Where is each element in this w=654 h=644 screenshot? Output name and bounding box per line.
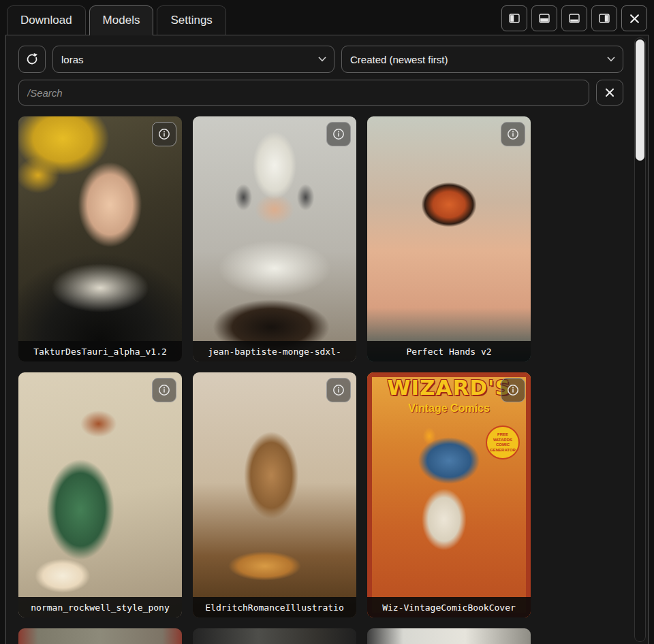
model-preview-image <box>193 116 356 361</box>
search-input[interactable] <box>18 80 589 106</box>
model-name-caption: Wiz-VintageComicBookCover <box>367 597 531 617</box>
info-icon <box>507 384 519 396</box>
card-info-button[interactable] <box>326 122 351 146</box>
model-browser-window: Download Models Settings <box>0 0 654 644</box>
model-name-caption: EldritchRomanceIllustratio <box>193 597 356 617</box>
model-name-caption: Perfect Hands v2 <box>367 341 531 361</box>
panel-right-icon <box>599 14 610 23</box>
model-grid: TakturDesTauri_alpha_v1.2 jean-baptiste-… <box>18 116 636 644</box>
close-window-button[interactable] <box>621 5 647 31</box>
model-card[interactable]: WIZARD'S Vintage Comics FREE WIZARDS COM… <box>367 372 531 617</box>
models-panel: loras Created (newest first) <box>5 35 649 644</box>
card-info-button[interactable] <box>501 378 525 402</box>
info-icon <box>158 128 170 140</box>
model-preview-image <box>367 116 531 361</box>
info-icon <box>332 384 345 396</box>
model-name-caption: TakturDesTauri_alpha_v1.2 <box>18 341 182 361</box>
model-preview-image <box>18 628 182 644</box>
sort-select[interactable]: Created (newest first) <box>341 46 623 73</box>
close-icon <box>629 14 640 24</box>
model-preview-image <box>193 628 356 644</box>
panel-left-toggle-button[interactable] <box>501 5 527 31</box>
model-card[interactable] <box>193 628 356 644</box>
model-name-caption: jean-baptiste-monge-sdxl- <box>193 341 356 361</box>
tab-settings[interactable]: Settings <box>157 5 225 35</box>
model-card[interactable]: Perfect Hands v2 <box>367 116 531 361</box>
model-preview-image <box>193 372 356 617</box>
panel-bottom-bar-icon <box>569 14 580 23</box>
model-type-select[interactable]: loras <box>52 46 334 73</box>
panel-bottom-bar-toggle-button[interactable] <box>561 5 587 31</box>
model-card[interactable]: jean-baptiste-monge-sdxl- <box>193 116 356 361</box>
model-preview-image <box>367 628 531 644</box>
card-info-button[interactable] <box>326 378 351 402</box>
info-icon <box>507 128 519 140</box>
panel-right-toggle-button[interactable] <box>591 5 617 31</box>
model-type-select-wrap: loras <box>52 46 334 73</box>
tab-download[interactable]: Download <box>7 5 86 35</box>
model-preview-image <box>18 372 182 617</box>
info-icon <box>332 128 345 140</box>
badge-line: WIZARDS <box>493 438 512 443</box>
comic-cover-badge: FREE WIZARDS COMIC GENERATOR <box>486 425 520 460</box>
clear-search-button[interactable] <box>596 80 623 106</box>
scrollbar[interactable] <box>634 37 646 642</box>
card-info-button[interactable] <box>152 122 176 146</box>
badge-line: GENERATOR <box>490 448 516 453</box>
sort-select-wrap: Created (newest first) <box>341 46 623 73</box>
refresh-icon <box>25 52 39 66</box>
comic-cover-subtitle: Vintage Comics <box>367 402 531 415</box>
refresh-button[interactable] <box>18 46 46 73</box>
model-card[interactable]: norman_rockwell_style_pony <box>18 372 182 617</box>
model-name-caption: norman_rockwell_style_pony <box>18 597 182 617</box>
window-controls <box>501 5 647 31</box>
badge-line: FREE <box>497 432 508 438</box>
card-info-button[interactable] <box>152 378 176 402</box>
info-icon <box>158 384 170 396</box>
tab-models[interactable]: Models <box>89 5 154 35</box>
panel-left-icon <box>509 14 520 23</box>
model-card[interactable] <box>367 628 531 644</box>
model-card[interactable]: TakturDesTauri_alpha_v1.2 <box>18 116 182 361</box>
scrollbar-thumb[interactable] <box>636 39 644 161</box>
model-preview-image <box>18 116 182 361</box>
model-preview-image: WIZARD'S Vintage Comics FREE WIZARDS COM… <box>367 372 531 617</box>
card-info-button[interactable] <box>501 122 525 146</box>
model-card[interactable]: EldritchRomanceIllustratio <box>193 372 356 617</box>
badge-line: COMIC <box>496 442 510 448</box>
close-icon <box>605 88 614 97</box>
model-card[interactable] <box>18 628 182 644</box>
models-toolbar: loras Created (newest first) <box>18 46 623 73</box>
panel-bottom-icon <box>539 14 550 23</box>
search-row <box>18 80 623 106</box>
panel-bottom-toggle-button[interactable] <box>531 5 557 31</box>
